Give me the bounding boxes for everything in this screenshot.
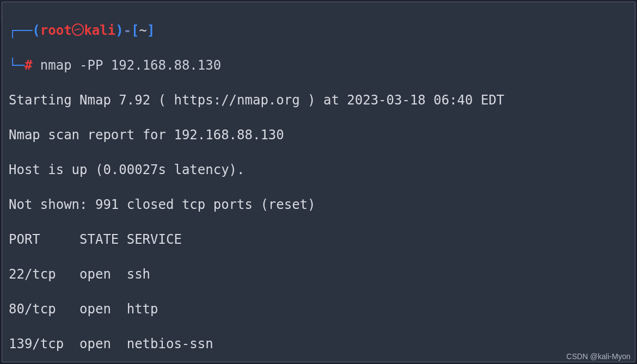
header-service: SERVICE [127, 231, 182, 248]
prompt-lparen: ( [32, 23, 40, 38]
prompt-corner: ┌── [9, 23, 32, 38]
cell-port: 139/tcp [9, 335, 79, 353]
output-notshown: Not shown: 991 closed tcp ports (reset) [9, 196, 629, 213]
terminal-window[interactable]: ┌──(rootkali)-[~] └─# nmap -PP 192.168.8… [2, 2, 635, 362]
table-row: 22/tcpopenssh [9, 266, 629, 283]
prompt-line-2[interactable]: └─# nmap -PP 192.168.88.130 [9, 57, 629, 74]
prompt-hash: # [24, 58, 32, 73]
ports-header: PORTSTATESERVICE [9, 231, 629, 248]
cell-service: http [127, 300, 158, 318]
cell-port: 22/tcp [9, 266, 79, 283]
table-row: 80/tcpopenhttp [9, 300, 629, 318]
table-row: 139/tcpopennetbios-ssn [9, 335, 629, 353]
prompt-rbracket: ] [147, 23, 155, 38]
cell-service: ssh [127, 266, 150, 283]
prompt-corner-down: └─ [9, 58, 24, 73]
kali-skull-icon [72, 23, 84, 36]
prompt-dash: - [124, 23, 131, 38]
header-state: STATE [79, 231, 127, 248]
cell-state: open [79, 266, 127, 283]
prompt-lbracket: [ [131, 23, 139, 38]
prompt-line-1: ┌──(rootkali)-[~] [9, 22, 629, 39]
cell-state: open [79, 300, 127, 318]
prompt-host: kali [84, 23, 115, 38]
prompt-user: root [40, 23, 72, 38]
cell-port: 80/tcp [9, 300, 79, 318]
output-host: Host is up (0.00027s latency). [9, 161, 629, 178]
header-port: PORT [9, 231, 79, 248]
output-start: Starting Nmap 7.92 ( https://nmap.org ) … [9, 91, 629, 109]
output-report: Nmap scan report for 192.168.88.130 [9, 126, 629, 144]
cell-service: netbios-ssn [127, 335, 213, 353]
watermark-text: CSDN @kali-Myon [566, 352, 630, 361]
prompt-rparen: ) [115, 23, 123, 38]
prompt-cwd: ~ [139, 23, 147, 38]
command-text[interactable]: nmap -PP 192.168.88.130 [40, 58, 221, 73]
cell-state: open [79, 335, 127, 353]
